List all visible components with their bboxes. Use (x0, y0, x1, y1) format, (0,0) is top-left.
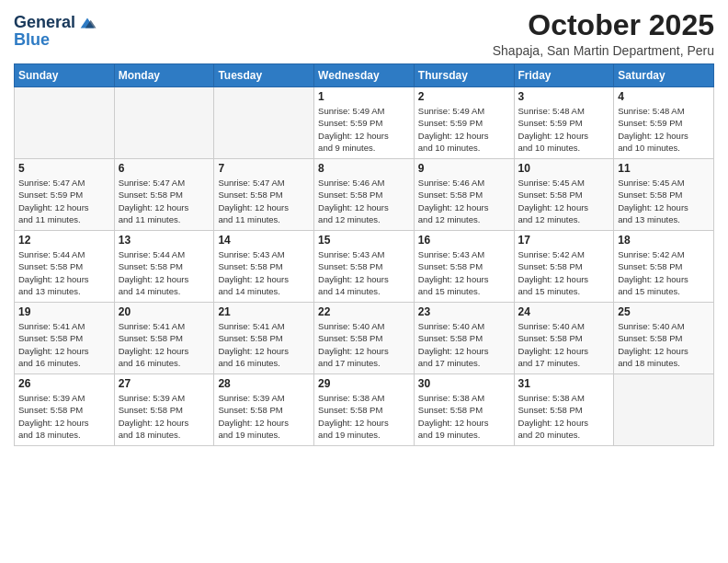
day-info: Sunrise: 5:48 AM Sunset: 5:59 PM Dayligh… (618, 105, 710, 154)
table-row: 17Sunrise: 5:42 AM Sunset: 5:58 PM Dayli… (514, 231, 614, 303)
day-info: Sunrise: 5:39 AM Sunset: 5:58 PM Dayligh… (18, 392, 110, 441)
table-row (114, 87, 214, 159)
table-row: 16Sunrise: 5:43 AM Sunset: 5:58 PM Dayli… (414, 231, 514, 303)
header-friday: Friday (514, 64, 614, 87)
day-info: Sunrise: 5:48 AM Sunset: 5:59 PM Dayligh… (518, 105, 610, 154)
table-row: 10Sunrise: 5:45 AM Sunset: 5:58 PM Dayli… (514, 159, 614, 231)
day-number: 10 (518, 162, 610, 175)
day-info: Sunrise: 5:41 AM Sunset: 5:58 PM Dayligh… (18, 320, 110, 369)
day-number: 24 (518, 305, 610, 318)
table-row: 23Sunrise: 5:40 AM Sunset: 5:58 PM Dayli… (414, 303, 514, 374)
table-row: 18Sunrise: 5:42 AM Sunset: 5:58 PM Dayli… (614, 231, 714, 303)
calendar-week-4: 19Sunrise: 5:41 AM Sunset: 5:58 PM Dayli… (15, 303, 714, 374)
day-info: Sunrise: 5:40 AM Sunset: 5:58 PM Dayligh… (618, 320, 710, 369)
table-row: 1Sunrise: 5:49 AM Sunset: 5:59 PM Daylig… (314, 87, 415, 159)
table-row: 7Sunrise: 5:47 AM Sunset: 5:58 PM Daylig… (214, 159, 314, 231)
page-container: General Blue October 2025 Shapaja, San M… (0, 0, 728, 451)
day-info: Sunrise: 5:40 AM Sunset: 5:58 PM Dayligh… (418, 320, 510, 369)
day-info: Sunrise: 5:46 AM Sunset: 5:58 PM Dayligh… (318, 177, 410, 225)
table-row: 9Sunrise: 5:46 AM Sunset: 5:58 PM Daylig… (414, 159, 514, 231)
table-row: 26Sunrise: 5:39 AM Sunset: 5:58 PM Dayli… (15, 374, 115, 446)
day-number: 20 (119, 305, 210, 318)
table-row: 5Sunrise: 5:47 AM Sunset: 5:59 PM Daylig… (15, 159, 115, 231)
day-number: 23 (418, 305, 510, 318)
day-info: Sunrise: 5:42 AM Sunset: 5:58 PM Dayligh… (518, 248, 610, 297)
table-row: 14Sunrise: 5:43 AM Sunset: 5:58 PM Dayli… (214, 231, 314, 303)
day-number: 14 (218, 234, 310, 247)
table-row: 8Sunrise: 5:46 AM Sunset: 5:58 PM Daylig… (314, 159, 415, 231)
header-saturday: Saturday (614, 64, 714, 87)
day-info: Sunrise: 5:43 AM Sunset: 5:58 PM Dayligh… (418, 248, 510, 297)
header-tuesday: Tuesday (214, 64, 314, 87)
day-number: 18 (618, 234, 710, 247)
month-title: October 2025 (493, 9, 714, 41)
table-row: 20Sunrise: 5:41 AM Sunset: 5:58 PM Dayli… (114, 303, 214, 374)
day-info: Sunrise: 5:38 AM Sunset: 5:58 PM Dayligh… (518, 392, 610, 441)
day-number: 25 (618, 305, 710, 318)
table-row: 4Sunrise: 5:48 AM Sunset: 5:59 PM Daylig… (614, 87, 714, 159)
day-info: Sunrise: 5:41 AM Sunset: 5:58 PM Dayligh… (119, 320, 210, 369)
day-number: 7 (218, 162, 310, 175)
day-number: 4 (618, 90, 710, 103)
day-number: 15 (318, 234, 410, 247)
calendar-header-row: Sunday Monday Tuesday Wednesday Thursday… (15, 64, 714, 87)
table-row: 3Sunrise: 5:48 AM Sunset: 5:59 PM Daylig… (514, 87, 614, 159)
logo-general: General (14, 13, 75, 31)
day-number: 19 (18, 305, 110, 318)
table-row (15, 87, 115, 159)
calendar-week-1: 1Sunrise: 5:49 AM Sunset: 5:59 PM Daylig… (15, 87, 714, 159)
day-info: Sunrise: 5:38 AM Sunset: 5:58 PM Dayligh… (418, 392, 510, 441)
day-number: 30 (418, 377, 510, 390)
table-row: 27Sunrise: 5:39 AM Sunset: 5:58 PM Dayli… (114, 374, 214, 446)
day-info: Sunrise: 5:43 AM Sunset: 5:58 PM Dayligh… (218, 248, 310, 297)
day-number: 31 (518, 377, 610, 390)
table-row: 11Sunrise: 5:45 AM Sunset: 5:58 PM Dayli… (614, 159, 714, 231)
day-number: 27 (119, 377, 210, 390)
day-number: 17 (518, 234, 610, 247)
table-row: 29Sunrise: 5:38 AM Sunset: 5:58 PM Dayli… (314, 374, 415, 446)
header-wednesday: Wednesday (314, 64, 415, 87)
location: Shapaja, San Martin Department, Peru (493, 43, 714, 58)
logo-blue: Blue (14, 31, 97, 50)
day-info: Sunrise: 5:46 AM Sunset: 5:58 PM Dayligh… (418, 177, 510, 225)
day-number: 29 (318, 377, 410, 390)
day-info: Sunrise: 5:42 AM Sunset: 5:58 PM Dayligh… (618, 248, 710, 297)
table-row: 30Sunrise: 5:38 AM Sunset: 5:58 PM Dayli… (414, 374, 514, 446)
day-number: 12 (18, 234, 110, 247)
day-number: 21 (218, 305, 310, 318)
day-info: Sunrise: 5:39 AM Sunset: 5:58 PM Dayligh… (119, 392, 210, 441)
calendar-week-5: 26Sunrise: 5:39 AM Sunset: 5:58 PM Dayli… (15, 374, 714, 446)
logo-icon (77, 13, 97, 33)
table-row: 22Sunrise: 5:40 AM Sunset: 5:58 PM Dayli… (314, 303, 415, 374)
table-row: 25Sunrise: 5:40 AM Sunset: 5:58 PM Dayli… (614, 303, 714, 374)
day-info: Sunrise: 5:39 AM Sunset: 5:58 PM Dayligh… (218, 392, 310, 441)
table-row: 15Sunrise: 5:43 AM Sunset: 5:58 PM Dayli… (314, 231, 415, 303)
day-number: 28 (218, 377, 310, 390)
day-info: Sunrise: 5:47 AM Sunset: 5:59 PM Dayligh… (18, 177, 110, 225)
day-number: 2 (418, 90, 510, 103)
table-row: 19Sunrise: 5:41 AM Sunset: 5:58 PM Dayli… (15, 303, 115, 374)
day-info: Sunrise: 5:44 AM Sunset: 5:58 PM Dayligh… (18, 248, 110, 297)
day-number: 11 (618, 162, 710, 175)
table-row: 24Sunrise: 5:40 AM Sunset: 5:58 PM Dayli… (514, 303, 614, 374)
day-info: Sunrise: 5:47 AM Sunset: 5:58 PM Dayligh… (119, 177, 210, 225)
table-row: 21Sunrise: 5:41 AM Sunset: 5:58 PM Dayli… (214, 303, 314, 374)
table-row: 12Sunrise: 5:44 AM Sunset: 5:58 PM Dayli… (15, 231, 115, 303)
day-info: Sunrise: 5:38 AM Sunset: 5:58 PM Dayligh… (318, 392, 410, 441)
day-info: Sunrise: 5:49 AM Sunset: 5:59 PM Dayligh… (318, 105, 410, 154)
header: General Blue October 2025 Shapaja, San M… (14, 9, 714, 58)
day-info: Sunrise: 5:40 AM Sunset: 5:58 PM Dayligh… (518, 320, 610, 369)
day-number: 13 (119, 234, 210, 247)
day-number: 1 (318, 90, 410, 103)
table-row (214, 87, 314, 159)
day-number: 9 (418, 162, 510, 175)
day-number: 16 (418, 234, 510, 247)
table-row: 31Sunrise: 5:38 AM Sunset: 5:58 PM Dayli… (514, 374, 614, 446)
table-row: 13Sunrise: 5:44 AM Sunset: 5:58 PM Dayli… (114, 231, 214, 303)
table-row (614, 374, 714, 446)
calendar-week-3: 12Sunrise: 5:44 AM Sunset: 5:58 PM Dayli… (15, 231, 714, 303)
day-info: Sunrise: 5:40 AM Sunset: 5:58 PM Dayligh… (318, 320, 410, 369)
day-number: 3 (518, 90, 610, 103)
logo: General Blue (14, 13, 97, 50)
table-row: 2Sunrise: 5:49 AM Sunset: 5:59 PM Daylig… (414, 87, 514, 159)
